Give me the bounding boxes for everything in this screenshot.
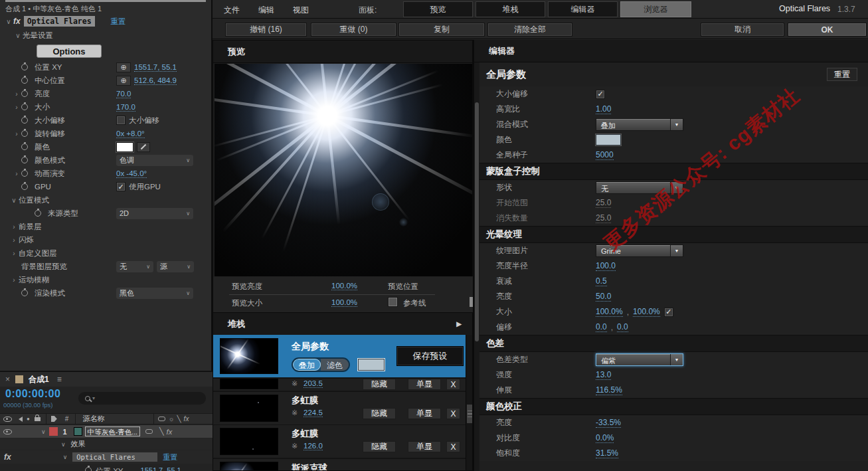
size-link-checkbox[interactable]: ✓ <box>664 308 673 317</box>
stack-row[interactable]: 多虹膜 ※ 224.5 隐藏 单显 X <box>213 392 466 424</box>
source-name-column[interactable]: 源名称 <box>82 414 104 424</box>
scrollbar-handle[interactable] <box>467 405 473 423</box>
hide-button[interactable]: 隐藏 <box>363 408 396 419</box>
row-value[interactable]: 25.0 <box>596 213 611 223</box>
arrow-right-icon[interactable]: ▶ <box>456 320 462 328</box>
eye-icon[interactable] <box>3 417 12 422</box>
solo-button[interactable]: 单显 <box>408 379 441 390</box>
preview-size-value[interactable]: 100.0% <box>331 298 357 307</box>
stopwatch-icon[interactable] <box>35 210 41 217</box>
source-type-dropdown[interactable]: 2D∨ <box>116 208 193 219</box>
bg-layer-dropdown[interactable]: 无∨ <box>116 261 153 272</box>
solid-color-swatch[interactable] <box>74 427 82 436</box>
effect-reset-link[interactable]: 重置 <box>111 17 126 27</box>
eyedropper-icon[interactable] <box>137 142 150 152</box>
stopwatch-icon[interactable] <box>21 290 28 296</box>
stack-row[interactable]: 斯派克球 <box>213 459 466 471</box>
chevron-down-icon[interactable]: ∨ <box>61 441 66 448</box>
row-value[interactable]: 0.5 <box>596 276 607 286</box>
effect-name[interactable]: Optical Flares <box>24 16 95 27</box>
solo-icon[interactable]: ● <box>27 416 30 422</box>
row-value[interactable]: 31.5% <box>596 448 618 458</box>
position-target-icon[interactable]: ⊕ <box>116 76 131 86</box>
panel-top-slider[interactable] <box>5 0 206 2</box>
stopwatch-icon[interactable] <box>21 64 28 70</box>
param-value[interactable]: 0x +8.0° <box>116 130 145 138</box>
param-value[interactable]: 1551.7, 55.1 <box>134 63 177 72</box>
solo-button[interactable]: 单显 <box>408 441 441 452</box>
fx-switch-icon[interactable]: fx <box>167 428 173 436</box>
clear-all-button[interactable]: 清除全部 <box>487 23 572 37</box>
row-value[interactable]: 0.0% <box>596 433 614 443</box>
param-value[interactable]: 0x -45.0° <box>116 169 147 178</box>
blend-add-button[interactable]: 叠加 <box>293 359 321 371</box>
stack-thumbnail[interactable] <box>220 395 278 422</box>
tab-browser[interactable]: 浏览器 <box>620 1 691 17</box>
chevron-right-icon[interactable]: › <box>9 250 19 257</box>
chevron-down-icon[interactable]: ∨ <box>13 32 23 39</box>
menu-edit[interactable]: 编辑 <box>258 5 274 16</box>
label-icon[interactable] <box>51 416 57 422</box>
hide-button[interactable]: 隐藏 <box>363 379 396 390</box>
chevron-right-icon[interactable]: › <box>9 223 19 231</box>
stopwatch-icon[interactable] <box>21 117 28 124</box>
stack-thumbnail[interactable] <box>220 379 278 389</box>
position-target-icon[interactable]: ⊕ <box>116 62 131 72</box>
stopwatch-icon[interactable] <box>21 183 28 190</box>
color-mode-dropdown[interactable]: 色调∨ <box>116 155 193 166</box>
chevron-down-icon[interactable]: ∨ <box>4 18 13 25</box>
timecode[interactable]: 0:00:00:00 <box>5 388 60 400</box>
hide-button[interactable]: 隐藏 <box>363 441 396 452</box>
menu-icon[interactable]: ≡ <box>57 375 62 384</box>
chevron-right-icon[interactable]: › <box>12 170 21 177</box>
editor-reset-button[interactable]: 重置 <box>827 68 857 81</box>
stack-row[interactable]: 多虹膜 ※ 126.0 隐藏 单显 X <box>213 425 466 458</box>
menu-view[interactable]: 视图 <box>293 5 309 16</box>
save-preset-button[interactable]: 保存预设 <box>396 346 464 366</box>
effects-group-row[interactable]: ∨ 效果 <box>0 438 213 450</box>
color-swatch[interactable] <box>116 142 133 152</box>
row-value-2[interactable]: 0.0 <box>617 322 628 332</box>
blend-mode-dropdown[interactable]: 叠加▼ <box>596 118 683 131</box>
param-value[interactable]: 512.6, 484.9 <box>134 76 177 85</box>
shy-icon[interactable] <box>158 417 165 421</box>
stack-item-brightness[interactable]: 126.0 <box>304 442 323 450</box>
guides-checkbox[interactable] <box>388 297 398 307</box>
stack-thumbnail[interactable] <box>220 338 278 374</box>
bg-source-dropdown[interactable]: 源∨ <box>157 261 194 272</box>
texture-image-dropdown[interactable]: Grime▼ <box>596 244 683 257</box>
stopwatch-icon[interactable] <box>21 170 28 177</box>
speaker-icon[interactable] <box>16 417 23 422</box>
copy-button[interactable]: 复制 <box>398 23 485 37</box>
row-value[interactable]: 50.0 <box>596 292 611 302</box>
chevron-right-icon[interactable]: › <box>12 104 21 111</box>
tab-preview[interactable]: 预览 <box>403 1 473 17</box>
timeline-effect-name[interactable]: Optical Flares <box>72 452 157 462</box>
stopwatch-icon[interactable] <box>85 467 92 471</box>
layer-row[interactable]: ∨ 1 中等灰色-青色... ╲ fx <box>0 425 213 438</box>
prop-value[interactable]: 1551.7, 55.1 <box>141 466 181 471</box>
delete-button[interactable]: X <box>446 441 460 452</box>
aberration-type-dropdown[interactable]: 偏紫▼ <box>596 353 683 366</box>
render-mode-dropdown[interactable]: 黑色∨ <box>116 288 193 299</box>
quality-icon[interactable]: ╲ <box>177 415 181 423</box>
size-offset-checkbox[interactable]: ✓ <box>596 90 605 99</box>
timeline-tab-label[interactable]: 合成1 <box>29 374 49 385</box>
chevron-down-icon[interactable]: ∨ <box>9 197 19 204</box>
stopwatch-icon[interactable] <box>21 157 28 163</box>
hash-column[interactable]: # <box>65 415 69 423</box>
row-value[interactable]: 25.0 <box>596 198 611 208</box>
menu-file[interactable]: 文件 <box>224 5 240 16</box>
stack-thumbnail[interactable] <box>220 462 278 471</box>
stopwatch-icon[interactable] <box>21 90 28 97</box>
row-value[interactable]: 0.0 <box>596 322 607 332</box>
row-value-2[interactable]: 100.0% <box>633 307 660 317</box>
stopwatch-icon[interactable] <box>21 104 28 110</box>
global-color-swatch[interactable] <box>358 359 385 371</box>
stopwatch-icon[interactable] <box>21 130 28 137</box>
label-color-swatch[interactable] <box>49 427 58 436</box>
cancel-button[interactable]: 取消 <box>701 23 784 37</box>
row-value[interactable]: -33.5% <box>596 418 621 428</box>
shy-icon[interactable] <box>145 429 153 434</box>
stack-item-brightness[interactable]: 224.5 <box>304 409 323 417</box>
